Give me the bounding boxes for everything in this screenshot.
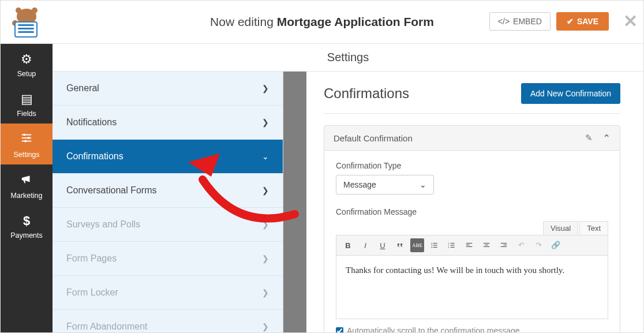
tab-text[interactable]: Text [579, 221, 608, 235]
sidebar-item-label: Conversational Forms [66, 185, 157, 196]
sidebar-item-label: Confirmations [66, 151, 123, 162]
type-label: Confirmation Type [336, 161, 608, 170]
code-icon: </> [498, 17, 510, 26]
svg-point-8 [431, 245, 432, 246]
sidebar-item-form-pages[interactable]: Form Pages ❯ [53, 242, 283, 276]
save-button[interactable]: ✔ SAVE [556, 12, 609, 31]
top-bar: Now editing Mortgage Application Form </… [1, 1, 643, 44]
chevron-right-icon: ❯ [262, 322, 269, 331]
nav-marketing[interactable]: Marketing [1, 164, 53, 205]
svg-rect-1 [22, 137, 32, 139]
svg-rect-19 [466, 245, 470, 245]
sidebar-item-conversational[interactable]: Conversational Forms ❯ [53, 174, 283, 208]
sidebar-item-confirmations[interactable]: Confirmations ⌄ [53, 140, 283, 174]
svg-rect-0 [22, 134, 32, 136]
config-panel: Confirmations Add New Confirmation Defau… [283, 72, 643, 332]
editing-prefix: Now editing [210, 15, 277, 28]
svg-rect-9 [433, 245, 437, 245]
underline-icon[interactable]: U [376, 238, 390, 252]
svg-rect-11 [433, 247, 437, 248]
svg-rect-26 [501, 246, 507, 247]
svg-rect-25 [503, 245, 507, 245]
bullhorn-icon [1, 173, 53, 189]
nav-label: Marketing [11, 192, 43, 200]
nav-label: Setup [17, 70, 36, 78]
pencil-icon[interactable]: ✎ [585, 133, 593, 143]
nav-fields[interactable]: ▤ Fields [1, 84, 53, 124]
tab-visual[interactable]: Visual [543, 221, 578, 235]
svg-rect-20 [466, 246, 473, 247]
svg-rect-18 [466, 243, 473, 244]
editor-toolbar: B I U ABE 123 ↶ [336, 235, 608, 256]
sidebar-item-label: Form Abandonment [66, 321, 148, 332]
chevron-up-icon[interactable]: ⌃ [603, 133, 611, 143]
redo-icon[interactable]: ↷ [531, 238, 545, 252]
sidebar-item-label: Surveys and Polls [66, 219, 140, 230]
sidebar-item-general[interactable]: General ❯ [53, 72, 283, 106]
dollar-icon: $ [1, 214, 53, 229]
quote-icon[interactable] [393, 238, 407, 252]
sidebar-item-label: General [66, 83, 99, 93]
sidebar-item-notifications[interactable]: Notifications ❯ [53, 106, 283, 140]
chevron-right-icon: ❯ [262, 254, 269, 263]
svg-point-3 [23, 133, 25, 136]
svg-rect-24 [501, 243, 507, 244]
nav-label: Fields [17, 110, 36, 118]
align-right-icon[interactable] [497, 238, 511, 252]
add-confirmation-button[interactable]: Add New Confirmation [521, 83, 620, 104]
sidebar-item-surveys[interactable]: Surveys and Polls ❯ [53, 208, 283, 242]
sidebar-item-form-locker[interactable]: Form Locker ❯ [53, 276, 283, 310]
list-icon: ▤ [1, 92, 53, 107]
select-value: Message [343, 180, 376, 189]
sidebar-item-label: Form Locker [66, 287, 118, 298]
chevron-right-icon: ❯ [262, 118, 269, 127]
confirmation-type-select[interactable]: Message ⌄ [336, 175, 434, 194]
chevron-down-icon: ⌄ [420, 180, 426, 189]
close-icon[interactable]: ✕ [623, 11, 638, 31]
chevron-right-icon: ❯ [262, 288, 269, 297]
svg-point-4 [28, 137, 30, 139]
align-left-icon[interactable] [462, 238, 476, 252]
nav-settings[interactable]: Settings [1, 124, 53, 164]
sidebar-item-form-abandonment[interactable]: Form Abandonment ❯ [53, 310, 283, 332]
nav-label: Payments [10, 231, 43, 240]
card-title: Default Confirmation [334, 133, 413, 143]
ul-icon[interactable] [428, 238, 441, 252]
nav-payments[interactable]: $ Payments [1, 205, 53, 245]
svg-rect-23 [484, 246, 490, 247]
svg-point-6 [431, 243, 432, 244]
link-icon[interactable]: 🔗 [549, 238, 563, 252]
bold-icon[interactable]: B [341, 238, 355, 252]
ol-icon[interactable]: 123 [445, 238, 459, 252]
chevron-down-icon: ⌄ [262, 152, 269, 161]
strikethrough-icon[interactable]: ABE [410, 238, 424, 252]
nav-setup[interactable]: ⚙ Setup [1, 44, 53, 84]
svg-rect-7 [433, 243, 437, 244]
gear-icon: ⚙ [1, 52, 53, 67]
sidebar-item-label: Notifications [66, 117, 117, 128]
sidebar-item-label: Form Pages [66, 253, 117, 264]
svg-rect-15 [451, 245, 455, 245]
settings-heading: Settings [53, 44, 643, 72]
message-label: Confirmation Message [336, 207, 608, 216]
svg-rect-13 [451, 243, 455, 244]
embed-label: EMBED [513, 17, 542, 26]
italic-icon[interactable]: I [358, 238, 372, 252]
message-editor[interactable]: Thanks for contacting us! We will be in … [336, 256, 608, 319]
settings-sidebar[interactable]: General ❯ Notifications ❯ Confirmations … [53, 72, 283, 332]
sliders-icon [1, 132, 53, 148]
chevron-right-icon: ❯ [262, 84, 269, 93]
undo-icon[interactable]: ↶ [514, 238, 528, 252]
card-header[interactable]: Default Confirmation ✎ ⌃ [324, 126, 620, 151]
left-nav: ⚙ Setup ▤ Fields Settings Marketing $ [1, 44, 53, 332]
embed-button[interactable]: </> EMBED [489, 12, 551, 31]
check-icon: ✔ [567, 17, 574, 26]
app-logo [9, 8, 43, 39]
auto-scroll-checkbox[interactable] [336, 327, 343, 333]
chevron-right-icon: ❯ [262, 220, 269, 229]
nav-label: Settings [13, 151, 39, 159]
svg-rect-21 [484, 243, 490, 244]
form-name: Mortgage Application Form [277, 15, 434, 28]
chevron-right-icon: ❯ [262, 186, 269, 195]
align-center-icon[interactable] [480, 238, 493, 252]
